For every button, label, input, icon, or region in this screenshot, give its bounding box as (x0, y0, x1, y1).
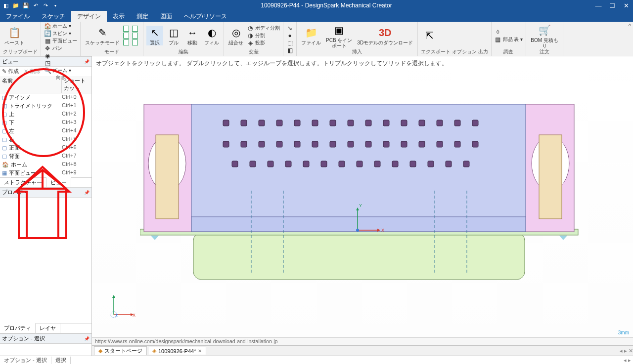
svg-rect-50 (321, 161, 327, 167)
view-item-トライメトリック[interactable]: ◫トライメトリックCtrl+1 (0, 102, 91, 110)
status-left: オプション - 選択 (0, 357, 51, 364)
svg-rect-48 (285, 161, 291, 167)
svg-rect-15 (223, 120, 229, 126)
ribbon-small[interactable]: ● (286, 32, 293, 39)
svg-rect-27 (437, 120, 443, 126)
create-view-button[interactable]: ✎ 作成 (2, 68, 19, 75)
pin-icon[interactable]: 📌 (84, 190, 90, 195)
ribbon-collapse-icon[interactable]: ^ (629, 23, 631, 29)
ribbon-small[interactable]: 🔍ズーム ▾ (44, 67, 77, 74)
menu-スケッチ[interactable]: スケッチ (36, 11, 71, 22)
ribbon-PCB をイン
ポート[interactable]: ▣PCB をインポート (324, 23, 354, 48)
status-selection: 選択 (51, 357, 71, 364)
doc-tab[interactable]: ◈10090926-P44*✕ (148, 347, 206, 355)
ribbon-プル[interactable]: ◫プル (165, 26, 182, 45)
axis-widget[interactable]: Z X Y (102, 295, 136, 324)
ribbon-btn[interactable]: ⇱ (421, 29, 438, 43)
view-item-ホーム[interactable]: 🏠ホームCtrl+8 (0, 161, 91, 169)
ribbon-small[interactable]: ◳ (44, 60, 77, 67)
ribbon-small[interactable]: ▦平面ビュー (44, 38, 77, 44)
tab-properties[interactable]: プロパティ (0, 323, 36, 333)
delete-view-button[interactable]: ✕ 削除 (24, 68, 41, 75)
title-bar: ◧ 📁 💾 ↶ ↷ ▾ 10090926-P44 - DesignSpark M… (0, 0, 633, 11)
svg-rect-44 (472, 141, 478, 147)
svg-rect-18 (276, 120, 282, 126)
ribbon-BOM 見積も
り[interactable]: 🛒BOM 見積もり (529, 23, 560, 48)
view-item-右[interactable]: ▢右Ctrl+5 (0, 135, 91, 144)
view-item-左[interactable]: ▢左Ctrl+4 (0, 127, 91, 135)
viewport[interactable]: Y X Z X Y 3mm (92, 69, 633, 337)
svg-rect-41 (419, 141, 425, 147)
minimize-button[interactable]: — (591, 2, 605, 9)
view-item-背面[interactable]: ▢背面Ctrl+7 (0, 152, 91, 161)
ribbon-組合せ[interactable]: ◎組合せ (227, 26, 245, 45)
svg-rect-46 (250, 161, 256, 167)
svg-rect-49 (303, 161, 309, 167)
ribbon-small[interactable]: 🔄スピン ▾ (44, 30, 77, 37)
ribbon-small[interactable]: ◧ (286, 47, 293, 54)
svg-rect-29 (472, 120, 478, 126)
close-button[interactable]: ✕ (619, 2, 633, 9)
ribbon-small[interactable]: 🏠ホーム ▾ (44, 23, 77, 30)
canvas-area: オブジェクトをクリックします。 ダブルクリックして、エッジループを選択します。ト… (92, 56, 633, 356)
menu-ファイル[interactable]: ファイル (0, 11, 36, 22)
document-tabs: ◆スタートページ◈10090926-P44*✕ ◂ ▸ ✕ (92, 345, 633, 356)
left-sidebar: ビュー📌 ✎ 作成 ✕ 削除 名前ショートカット ◫アイソメCtrl+0◫トライ… (0, 56, 92, 356)
ribbon-スケッチモード[interactable]: ✎スケッチモード (84, 26, 121, 45)
svg-point-63 (356, 229, 359, 232)
svg-rect-54 (392, 161, 398, 167)
menu-ヘルプ/リソース[interactable]: ヘルプ/リソース (178, 11, 233, 22)
ribbon-3Dモデルのダウンロード[interactable]: 3D3Dモデルのダウンロード (356, 26, 414, 45)
ribbon-small[interactable]: ⬚ (286, 40, 293, 46)
ribbon-small[interactable]: ◑分割 (247, 32, 280, 39)
ribbon-移動[interactable]: ↔移動 (184, 26, 201, 45)
svg-text:X: X (133, 313, 136, 318)
zoom-label: 3mm (618, 330, 629, 335)
ribbon-ファイル[interactable]: 📁ファイル (300, 26, 322, 45)
tab-view[interactable]: ビュー (46, 177, 71, 187)
view-item-平面ビュー[interactable]: ▦平面ビューCtrl+9 (0, 169, 91, 177)
menu-表示[interactable]: 表示 (107, 11, 131, 22)
menu-図面[interactable]: 図面 (154, 11, 178, 22)
ribbon-ペースト[interactable]: 📋ペースト (3, 26, 26, 45)
qat-more-icon[interactable]: ▾ (51, 1, 59, 9)
pin-icon[interactable]: 📌 (84, 59, 90, 64)
view-item-上[interactable]: ▢上Ctrl+2 (0, 110, 91, 119)
svg-rect-36 (330, 141, 336, 147)
view-item-アイソメ[interactable]: ◫アイソメCtrl+0 (0, 93, 91, 102)
save-icon[interactable]: 💾 (22, 1, 30, 9)
ribbon-small[interactable]: ↘ (286, 25, 293, 32)
doc-tab[interactable]: ◆スタートページ (94, 346, 147, 355)
ribbon-small[interactable]: ◔ボディ分割 (247, 25, 280, 32)
svg-rect-23 (365, 120, 371, 126)
view-item-正面[interactable]: ▢正面Ctrl+6 (0, 144, 91, 152)
pin-icon[interactable]: 📌 (84, 336, 90, 341)
ribbon-small[interactable]: ◊ (495, 29, 523, 36)
svg-rect-57 (446, 161, 452, 167)
properties-panel (0, 198, 91, 323)
svg-rect-55 (410, 161, 416, 167)
status-nav[interactable]: ◂ ▸ (624, 357, 631, 364)
tab-layer[interactable]: レイヤ (36, 324, 60, 333)
svg-rect-51 (339, 161, 345, 167)
svg-text:Y: Y (112, 295, 115, 296)
svg-rect-37 (348, 141, 354, 147)
view-item-下[interactable]: ▢下Ctrl+3 (0, 119, 91, 127)
svg-text:Z: Z (115, 313, 118, 318)
maximize-button[interactable]: ☐ (605, 2, 619, 9)
open-icon[interactable]: 📁 (12, 1, 20, 9)
tab-structure[interactable]: ストラクチャー (0, 178, 46, 187)
ribbon-選択[interactable]: ↖選択 (146, 26, 163, 45)
ribbon-small[interactable]: ✥パン (44, 45, 77, 52)
ribbon-small[interactable]: ◉ (44, 52, 77, 59)
ribbon-small[interactable]: ◈投影 (247, 40, 280, 46)
redo-icon[interactable]: ↷ (42, 1, 49, 9)
undo-icon[interactable]: ↶ (32, 1, 40, 9)
menu-デザイン[interactable]: デザイン (71, 11, 107, 22)
svg-rect-24 (383, 120, 389, 126)
menu-測定[interactable]: 測定 (131, 11, 154, 22)
svg-rect-47 (268, 161, 273, 167)
ribbon-small[interactable]: ▦部品 表 ▾ (495, 36, 523, 43)
svg-rect-25 (401, 120, 407, 126)
ribbon-フィル[interactable]: ◐フィル (203, 26, 221, 45)
